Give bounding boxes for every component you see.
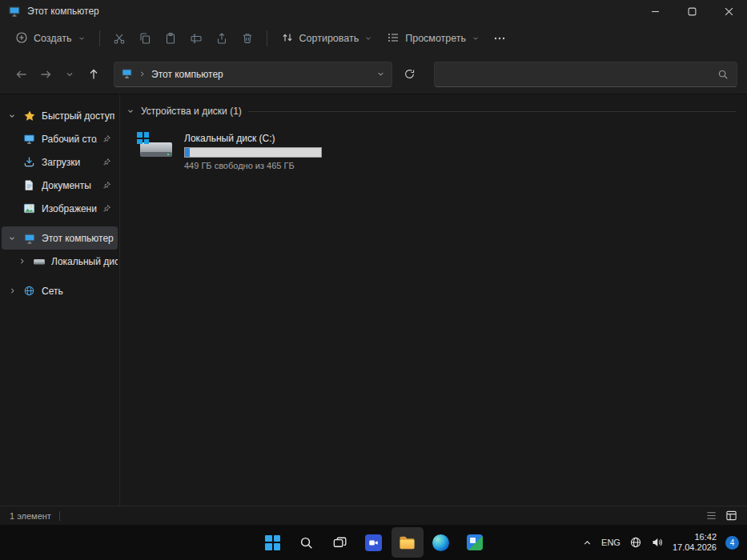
edge-icon <box>432 534 449 551</box>
recent-locations-button[interactable] <box>58 62 82 86</box>
pictures-icon <box>23 202 36 215</box>
sidebar-item-desktop[interactable]: Рабочий стол <box>2 127 118 150</box>
sort-button[interactable]: Сортировать <box>274 26 380 52</box>
view-icon <box>387 31 400 46</box>
sidebar-item-label: Рабочий стол <box>42 134 97 145</box>
language-indicator[interactable]: ENG <box>601 538 620 547</box>
close-button[interactable] <box>710 0 747 22</box>
sidebar-item-label: Сеть <box>42 286 63 297</box>
chevron-right-icon[interactable] <box>6 287 18 294</box>
clock[interactable]: 16:42 17.04.2026 <box>673 532 717 553</box>
app-icon <box>467 534 483 550</box>
search-input[interactable] <box>443 69 717 80</box>
more-options-button[interactable] <box>488 26 512 50</box>
address-dropdown-chevron-icon[interactable] <box>376 70 385 78</box>
maximize-button[interactable] <box>673 0 710 22</box>
breadcrumb-this-pc[interactable]: Этот компьютер <box>151 69 223 80</box>
pin-icon <box>102 134 111 143</box>
sidebar-item-local-disk[interactable]: Локальный диск (C:) <box>2 250 118 273</box>
cut-button[interactable] <box>107 26 131 50</box>
details-view-icon[interactable] <box>705 510 717 522</box>
drive-item-c[interactable]: Локальный диск (C:) 449 ГБ свободно из 4… <box>135 130 327 174</box>
pin-icon <box>102 158 111 166</box>
share-button[interactable] <box>210 26 234 50</box>
view-button[interactable]: Просмотреть <box>380 26 487 52</box>
tray-chevron-up-icon[interactable] <box>582 538 592 548</box>
start-icon <box>265 535 280 550</box>
window-controls <box>637 0 747 22</box>
title-bar[interactable]: Этот компьютер <box>0 0 747 22</box>
navigation-pane: Быстрый доступ Рабочий стол Загрузки Док… <box>0 94 120 506</box>
drive-capacity-text: 449 ГБ свободно из 465 ГБ <box>184 161 322 170</box>
section-header[interactable]: Устройства и диски (1) <box>127 106 736 117</box>
sidebar-item-pictures[interactable]: Изображения <box>2 197 118 220</box>
drive-capacity-fill <box>185 148 190 157</box>
window-title: Этот компьютер <box>27 6 99 17</box>
sidebar-item-quick-access[interactable]: Быстрый доступ <box>2 104 118 127</box>
task-view-button[interactable] <box>324 527 356 558</box>
downloads-icon <box>23 156 36 169</box>
refresh-button[interactable] <box>397 62 421 86</box>
taskbar-search-button[interactable] <box>291 527 323 558</box>
copy-button[interactable] <box>133 26 157 50</box>
pin-icon <box>102 181 111 190</box>
section-title: Устройства и диски (1) <box>141 106 242 117</box>
search-box[interactable] <box>434 62 737 87</box>
tray-date: 17.04.2026 <box>673 542 717 553</box>
file-explorer-button[interactable] <box>392 527 424 558</box>
forward-button[interactable] <box>34 62 58 86</box>
chat-button[interactable] <box>358 527 390 558</box>
chevron-right-icon[interactable] <box>16 258 27 265</box>
notification-badge[interactable]: 4 <box>725 536 739 550</box>
breadcrumb-chevron-icon[interactable] <box>139 70 146 78</box>
speaker-icon[interactable] <box>651 536 664 549</box>
desktop-screen: Этот компьютер Создать Сортировать Просм… <box>0 0 747 560</box>
back-button[interactable] <box>10 62 34 86</box>
sidebar-item-label: Этот компьютер <box>42 233 114 244</box>
chevron-down-icon[interactable] <box>127 107 135 115</box>
status-bar: 1 элемент <box>0 506 747 525</box>
pin-icon <box>102 204 111 213</box>
chevron-down-icon <box>78 34 86 42</box>
toolbar-separator <box>99 30 100 46</box>
desktop-icon <box>23 133 36 146</box>
edge-button[interactable] <box>425 527 457 558</box>
sidebar-item-downloads[interactable]: Загрузки <box>2 150 118 174</box>
new-button-label: Создать <box>34 33 72 44</box>
address-bar[interactable]: Этот компьютер <box>114 62 392 87</box>
tiles-view-icon[interactable] <box>725 510 737 522</box>
star-icon <box>23 110 36 122</box>
files-area: Устройства и диски (1) Локальный диск (C… <box>120 94 747 506</box>
drive-icon <box>138 133 175 162</box>
search-icon[interactable] <box>717 69 729 80</box>
sidebar-item-this-pc[interactable]: Этот компьютер <box>2 226 118 250</box>
tray-time: 16:42 <box>673 532 717 542</box>
sidebar-item-documents[interactable]: Документы <box>2 174 118 197</box>
new-button[interactable]: Создать <box>8 26 93 52</box>
sort-icon <box>281 31 294 46</box>
sort-button-label: Сортировать <box>299 33 359 44</box>
sidebar-item-label: Документы <box>42 180 91 191</box>
chevron-down-icon[interactable] <box>6 234 18 242</box>
delete-button[interactable] <box>235 26 259 50</box>
drive-capacity-bar <box>184 147 322 158</box>
up-button[interactable] <box>82 62 106 86</box>
sidebar-item-label: Быстрый доступ <box>42 110 114 122</box>
paste-button[interactable] <box>159 26 183 50</box>
view-button-label: Просмотреть <box>405 33 466 44</box>
minimize-button[interactable] <box>637 0 673 22</box>
chevron-down-icon <box>364 34 372 42</box>
start-button[interactable] <box>257 527 289 558</box>
computer-icon <box>23 232 36 245</box>
rename-button[interactable] <box>184 26 208 50</box>
windows-logo-icon <box>137 132 149 144</box>
app-button[interactable] <box>459 527 491 558</box>
status-separator <box>59 511 60 521</box>
globe-icon[interactable] <box>629 536 642 549</box>
drive-icon <box>33 255 46 268</box>
sidebar-item-network[interactable]: Сеть <box>2 279 118 302</box>
computer-icon <box>121 67 133 82</box>
explorer-folder-icon <box>398 534 416 552</box>
section-rule <box>248 111 736 112</box>
chevron-down-icon[interactable] <box>6 112 18 120</box>
